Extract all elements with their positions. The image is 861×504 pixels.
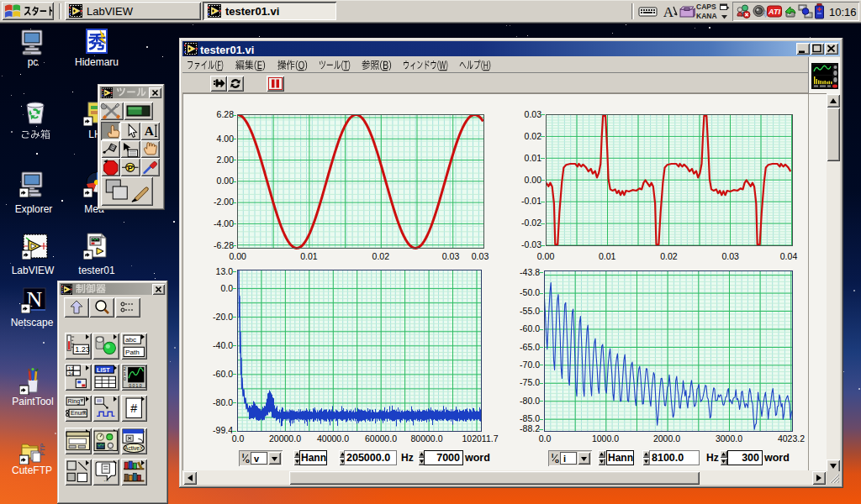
- svg-text:ActiveX: ActiveX: [124, 445, 144, 451]
- svg-text:A: A: [663, 4, 674, 20]
- svg-text:I: I: [552, 452, 553, 459]
- svg-text:2: 2: [124, 366, 126, 371]
- svg-text:o: o: [246, 457, 250, 465]
- svg-text:I: I: [242, 452, 244, 459]
- svg-text:P: P: [128, 164, 133, 172]
- svg-text:#: #: [130, 402, 137, 415]
- svg-text:...: ...: [104, 476, 109, 483]
- svg-text:1.23: 1.23: [75, 345, 90, 354]
- svg-text:0.0 1.0: 0.0 1.0: [129, 383, 142, 388]
- svg-text:A: A: [144, 123, 153, 138]
- svg-text:1: 1: [124, 371, 126, 376]
- svg-text:0: 0: [124, 376, 126, 381]
- svg-text:Ring: Ring: [68, 398, 81, 405]
- svg-text:LIST: LIST: [97, 367, 110, 374]
- svg-text:34: 34: [68, 370, 74, 376]
- svg-text:o: o: [555, 457, 559, 465]
- svg-text:Path: Path: [125, 349, 140, 356]
- svg-text:ATI: ATI: [768, 8, 780, 16]
- svg-text:abc: abc: [125, 336, 136, 344]
